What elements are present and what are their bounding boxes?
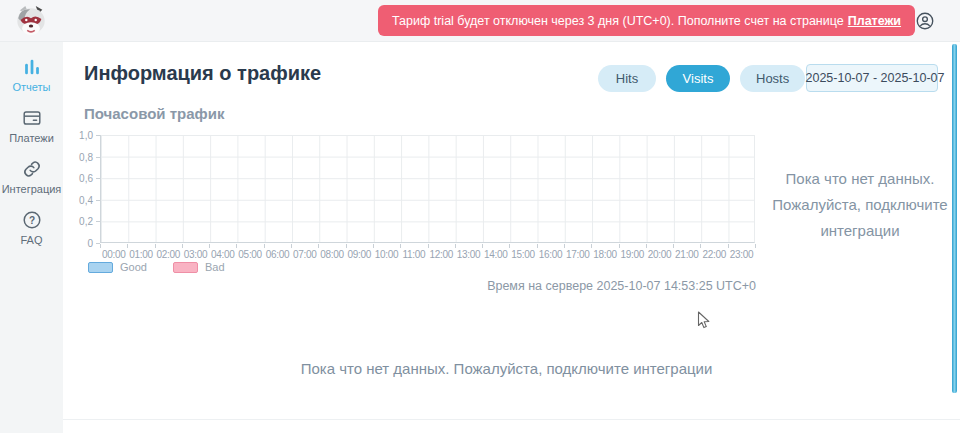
x-tick-label: 14:00	[482, 249, 509, 260]
x-tick-label: 22:00	[701, 249, 728, 260]
top-header: Тариф trial будет отключен через 3 дня (…	[0, 0, 960, 42]
vertical-scrollbar[interactable]	[952, 44, 957, 393]
x-tick-label: 09:00	[346, 249, 373, 260]
y-tick-label: 1,0	[79, 130, 93, 141]
sidebar-item-payments[interactable]: Платежи	[0, 107, 63, 144]
tab-hosts[interactable]: Hosts	[740, 65, 805, 92]
x-tick-label: 20:00	[646, 249, 673, 260]
sidebar-item-reports[interactable]: Отчеты	[0, 56, 63, 93]
x-tick-label: 06:00	[264, 249, 291, 260]
y-axis-labels: 1,00,80,60,40,20	[56, 135, 93, 243]
sidebar-item-faq[interactable]: ? FAQ	[0, 209, 63, 246]
x-axis-ticks	[100, 244, 756, 248]
y-tick-label: 0,4	[79, 194, 93, 205]
x-tick-label: 18:00	[591, 249, 618, 260]
bar-chart-icon	[21, 56, 43, 78]
y-tick-label: 0,2	[79, 216, 93, 227]
question-circle-icon: ?	[21, 209, 43, 231]
y-tick-label: 0,8	[79, 151, 93, 162]
x-tick-label: 12:00	[428, 249, 455, 260]
x-axis-labels: 00:0001:0002:0003:0004:0005:0006:0007:00…	[100, 249, 755, 260]
legend-label: Bad	[205, 261, 225, 273]
x-tick-label: 05:00	[236, 249, 263, 260]
x-tick-label: 02:00	[155, 249, 182, 260]
page-title: Информация о трафике	[84, 62, 321, 85]
x-tick-label: 00:00	[100, 249, 127, 260]
y-axis-ticks	[96, 135, 100, 245]
sidebar-item-label: Интеграция	[2, 183, 62, 195]
sidebar-item-label: Отчеты	[12, 81, 50, 93]
banner-text: Тариф trial будет отключен через 3 дня (…	[392, 14, 844, 28]
sidebar-item-label: Платежи	[9, 132, 54, 144]
traffic-metric-tabs: Hits Visits Hosts	[598, 65, 805, 92]
x-tick-label: 04:00	[209, 249, 236, 260]
svg-text:?: ?	[28, 215, 34, 226]
chart-title: Почасовой трафик	[84, 105, 224, 122]
x-tick-label: 08:00	[318, 249, 345, 260]
sidebar: Отчеты Платежи Интеграция ? FAQ	[0, 42, 63, 433]
credit-card-icon	[21, 107, 43, 129]
trial-warning-banner: Тариф trial будет отключен через 3 дня (…	[378, 5, 915, 36]
x-tick-label: 07:00	[291, 249, 318, 260]
payments-link[interactable]: Платежи	[848, 14, 901, 28]
hourly-traffic-chart	[100, 135, 755, 243]
x-tick-label: 13:00	[455, 249, 482, 260]
app-window: Тариф trial будет отключен через 3 дня (…	[0, 0, 960, 433]
y-tick-label: 0	[87, 238, 93, 249]
x-tick-label: 16:00	[537, 249, 564, 260]
tab-visits[interactable]: Visits	[666, 65, 730, 92]
legend-label: Good	[120, 261, 147, 273]
x-tick-label: 03:00	[182, 249, 209, 260]
date-range-value: 2025-10-07 - 2025-10-07	[806, 71, 945, 85]
legend-swatch	[173, 262, 198, 273]
x-tick-label: 23:00	[728, 249, 755, 260]
empty-state-side-text: Пока что нет данных. Пожалуйста, подключ…	[770, 166, 950, 244]
empty-state-bottom-text: Пока что нет данных. Пожалуйста, подключ…	[63, 360, 950, 377]
x-tick-label: 19:00	[619, 249, 646, 260]
raccoon-logo-icon[interactable]	[12, 4, 50, 38]
bottom-divider	[63, 419, 960, 420]
link-icon	[21, 158, 43, 180]
legend-swatch	[88, 262, 113, 273]
x-tick-label: 01:00	[127, 249, 154, 260]
server-time: Время на сервере 2025-10-07 14:53:25 UTC…	[100, 279, 756, 293]
x-tick-label: 21:00	[673, 249, 700, 260]
x-tick-label: 10:00	[373, 249, 400, 260]
y-tick-label: 0,6	[79, 173, 93, 184]
tab-hits[interactable]: Hits	[598, 65, 656, 92]
x-tick-label: 15:00	[509, 249, 536, 260]
x-tick-label: 11:00	[400, 249, 427, 260]
legend-item[interactable]: Good	[88, 261, 147, 273]
x-tick-label: 17:00	[564, 249, 591, 260]
chart-legend: GoodBad	[88, 261, 225, 273]
mouse-cursor	[697, 311, 710, 330]
sidebar-item-label: FAQ	[20, 234, 42, 246]
sidebar-item-integration[interactable]: Интеграция	[0, 158, 63, 195]
date-range-picker[interactable]: 2025-10-07 - 2025-10-07	[806, 64, 938, 92]
profile-icon[interactable]	[914, 10, 936, 32]
legend-item[interactable]: Bad	[173, 261, 225, 273]
